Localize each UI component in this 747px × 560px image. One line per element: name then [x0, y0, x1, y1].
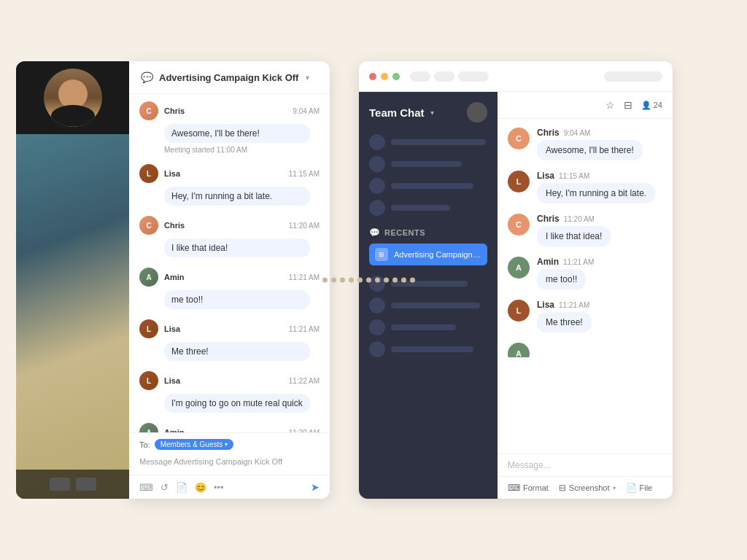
separator-dot: [366, 278, 371, 283]
file-icon[interactable]: 📄: [176, 482, 187, 493]
sidebar-skeleton-bottom: [359, 270, 498, 363]
message-time: 9:04 AM: [293, 107, 320, 115]
separator-dot: [331, 278, 336, 283]
more-icon[interactable]: •••: [214, 482, 224, 493]
window-minimize-dot[interactable]: [381, 73, 388, 80]
message-group: LLisa11:15 AMHey, I'm running a bit late…: [139, 164, 320, 206]
skel-line: [391, 324, 456, 330]
message-group: LLisa11:21 AMMe three!: [139, 319, 320, 361]
video-control-btn-1[interactable]: [50, 478, 70, 491]
separator-dot: [392, 278, 398, 283]
file-button[interactable]: 📄 File: [626, 483, 653, 493]
skel-circle: [369, 134, 385, 150]
format-icon: ⌨: [508, 483, 520, 493]
separator-dot: [322, 278, 328, 283]
separator-dot: [384, 278, 389, 283]
members-count: 👤 24: [641, 101, 662, 110]
sender-name: Amin: [164, 273, 185, 281]
right-messages: CChris9:04 AMAwesome, I'll be there!LLis…: [498, 119, 673, 454]
chat-chevron-icon: ▾: [306, 74, 309, 82]
right-message-time: 9:04 AM: [564, 129, 591, 137]
video-control-btn-2[interactable]: [76, 478, 96, 491]
right-message-row: A: [508, 343, 662, 357]
message-time: 11:15 AM: [289, 170, 320, 178]
right-avatar: L: [508, 300, 530, 322]
skel-circle: [369, 298, 385, 314]
right-message-row: LLisa11:15 AMHey, I'm running a bit late…: [508, 171, 662, 203]
message-meta: AAmin11:21 AM: [139, 268, 320, 287]
right-message-time: 11:15 AM: [559, 172, 589, 180]
team-chat-header: Team Chat ▾: [359, 92, 498, 130]
chat-messages: CChris9:04 AMAwesome, I'll be there!Meet…: [129, 94, 330, 432]
right-sender-name: Chris: [537, 128, 560, 138]
to-badge-chevron-icon: ▾: [225, 441, 228, 448]
skel-circle: [369, 200, 385, 216]
skel-line: [391, 161, 462, 167]
skel-circle: [369, 341, 385, 357]
chat-toolbar: ⌨ ↺ 📄 😊 ••• ➤: [129, 475, 330, 499]
window-close-dot[interactable]: [369, 73, 376, 80]
team-chat-chevron-icon: ▾: [430, 109, 434, 117]
separator-dot: [357, 278, 363, 283]
avatar: A: [139, 423, 158, 432]
format-icon[interactable]: ⌨: [139, 482, 153, 493]
screenshot-button[interactable]: ⊟ Screenshot ▾: [559, 483, 616, 493]
sidebar-skeleton-top: [359, 130, 498, 220]
star-icon[interactable]: ☆: [605, 99, 615, 111]
dark-sidebar: Team Chat ▾: [359, 92, 498, 499]
right-message-bubble: Me three!: [537, 312, 592, 332]
right-message-row: LLisa11:21 AMMe three!: [508, 300, 662, 332]
skel-line: [391, 139, 486, 145]
recent-item-text: Advertising Campaign Kick...: [394, 250, 481, 259]
message-group: LLisa11:22 AMI'm going to go on mute rea…: [139, 371, 320, 413]
format-button[interactable]: ⌨ Format: [508, 483, 549, 493]
avatar: L: [139, 319, 158, 338]
message-bubble: I'm going to go on mute real quick: [164, 394, 310, 413]
skel-row-6: [369, 298, 487, 314]
folder-icon[interactable]: ⊟: [624, 99, 632, 111]
message-input-placeholder[interactable]: Message Advertising Campaign Kick Off: [139, 454, 320, 469]
screenshot-icon: ⊟: [559, 483, 566, 493]
message-group: AAmin11:30 AMGreat discussion team!👥 Who…: [139, 423, 320, 432]
avatar: L: [139, 371, 158, 390]
right-message-bubble: me too!!: [537, 269, 586, 289]
right-message-content: Amin11:21 AMme too!!: [537, 257, 662, 289]
message-bubble: I like that idea!: [164, 238, 310, 257]
file-icon: 📄: [626, 483, 637, 493]
window-expand-dot[interactable]: [392, 73, 400, 80]
right-message-bubble: Hey, I'm running a bit late.: [537, 183, 655, 203]
skel-circle: [369, 319, 385, 335]
window-top-bar: [359, 61, 673, 92]
skel-line: [391, 183, 473, 189]
sender-name: Lisa: [164, 376, 180, 385]
send-button[interactable]: ➤: [311, 481, 320, 493]
right-message-input[interactable]: Message...: [498, 454, 673, 476]
right-sender-name: Lisa: [537, 300, 554, 310]
skel-row-2: [369, 156, 487, 172]
message-group: AAmin11:21 AMme too!!: [139, 268, 320, 309]
to-badge[interactable]: Members & Guests ▾: [155, 439, 234, 450]
top-bar-pill-2: [434, 71, 454, 82]
right-toolbar: ⌨ Format ⊟ Screenshot ▾ 📄 File: [498, 476, 673, 499]
right-avatar: C: [508, 128, 530, 149]
recent-item-advertising[interactable]: ⊞ Advertising Campaign Kick...: [369, 244, 487, 265]
at-icon[interactable]: ↺: [160, 482, 169, 493]
right-message-time: 11:21 AM: [559, 301, 589, 309]
person-face: [44, 69, 102, 127]
top-bar-pill-1: [410, 71, 430, 82]
to-badge-text: Members & Guests: [160, 440, 223, 448]
emoji-icon[interactable]: 😊: [195, 482, 206, 493]
separator-dot: [340, 278, 345, 283]
separator-dot: [349, 278, 354, 283]
avatar: L: [139, 164, 158, 183]
skel-row-7: [369, 319, 487, 335]
right-avatar: L: [508, 171, 530, 192]
person-silhouette: [44, 69, 102, 127]
sender-name: Lisa: [164, 169, 180, 178]
chat-icon: 💬: [141, 71, 153, 83]
avatar: A: [139, 268, 158, 287]
chat-title: Advertising Campaign Kick Off: [159, 72, 298, 83]
right-sender-name: Amin: [537, 257, 559, 267]
chat-panel: 💬 Advertising Campaign Kick Off ▾ CChris…: [129, 61, 330, 499]
recents-chat-icon: 💬: [369, 228, 380, 238]
